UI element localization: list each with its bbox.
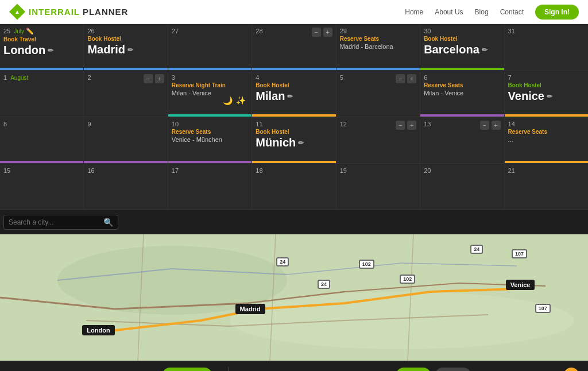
plus-btn[interactable]: + (407, 74, 416, 83)
bar (420, 68, 504, 70)
cal-sub: Madrid - Barcelona (340, 43, 416, 50)
cal-city: Barcelona ✏ (424, 43, 500, 56)
cal-day-27[interactable]: 27 (168, 24, 252, 70)
cal-day-11[interactable]: 11 Book Hostel Münich ✏ (252, 117, 335, 163)
road-sign-24b: 24 (318, 280, 330, 289)
cal-day-3[interactable]: 3 Reserve Night Train Milan - Venice 🌙 ✨ (168, 71, 252, 117)
cal-event-label: Reserve Seats (508, 129, 585, 135)
cal-event-label: Book Hostel (87, 36, 164, 42)
plus-minus: − + (312, 28, 332, 37)
minus-btn[interactable]: − (396, 121, 405, 130)
cal-city: Münich ✏ (256, 136, 332, 149)
calendar-grid: 25 July ✏️ Book Travel London ✏ 26 Book … (0, 24, 588, 210)
cal-date: 30 (424, 28, 500, 34)
cal-day-4[interactable]: 4 Book Hostel Milan ✏ (252, 71, 335, 117)
nav-links: Home About Us Blog Contact Sign In! (405, 5, 579, 20)
plus-minus: − + (144, 74, 164, 83)
search-input[interactable] (9, 218, 103, 226)
group-info-section: Group Info ✏ 4 People | Ages: 18 / 18 / … (245, 368, 471, 372)
save-button[interactable]: Save (396, 368, 431, 372)
logo: ▲ INTERRAIL PLANNER (9, 4, 128, 20)
cal-city: Venice ✏ (508, 90, 585, 103)
cal-sub: ... (508, 136, 585, 143)
cal-date: 31 (508, 28, 585, 34)
cal-day-25[interactable]: 25 July ✏️ Book Travel London ✏ (0, 24, 83, 70)
cal-date: 4 (256, 74, 332, 81)
nav-contact[interactable]: Contact (500, 8, 524, 16)
city-london: London (82, 325, 114, 335)
plus-btn[interactable]: + (155, 74, 164, 83)
minus-btn[interactable]: − (144, 74, 153, 83)
cal-day-14[interactable]: 14 Reserve Seats ... (505, 117, 588, 163)
cal-day-9[interactable]: 9 (84, 117, 167, 163)
plus-minus: − + (396, 74, 416, 83)
cal-event-label: Reserve Night Train (172, 82, 248, 88)
cal-day-29[interactable]: 29 Reserve Seats Madrid - Barcelona (336, 24, 420, 70)
help-button[interactable]: ? (564, 368, 579, 372)
road-sign-24c: 24 (470, 245, 483, 254)
cal-event-label: Book Hostel (256, 129, 332, 135)
plus-btn[interactable]: + (492, 121, 501, 130)
cal-day-7[interactable]: 7 Book Hostel Venice ✏ (505, 71, 588, 117)
cal-day-20[interactable]: 20 (420, 164, 504, 210)
cal-date: 16 (87, 167, 164, 174)
cal-day-5[interactable]: 5 − + (336, 71, 420, 117)
cal-day-10[interactable]: 10 Reserve Seats Venice - München (168, 117, 252, 163)
bar (505, 114, 588, 117)
bar (84, 161, 167, 163)
cal-date: 19 (340, 167, 416, 174)
nav-about[interactable]: About Us (435, 8, 463, 16)
road-sign-107a: 107 (512, 249, 527, 258)
city-madrid: Madrid (235, 304, 265, 314)
minus-btn[interactable]: − (312, 28, 321, 37)
cal-date: 25 July ✏️ (3, 28, 80, 35)
nav-blog[interactable]: Blog (475, 8, 489, 16)
cal-city: Madrid ✏ (87, 43, 164, 56)
calendar-section: 25 July ✏️ Book Travel London ✏ 26 Book … (0, 24, 588, 234)
cal-day-16[interactable]: 16 (84, 164, 167, 210)
signin-button[interactable]: Sign In! (535, 5, 579, 20)
cal-day-30[interactable]: 30 Book Hostel Barcelona ✏ (420, 24, 504, 70)
minus-btn[interactable]: − (396, 74, 405, 83)
bar (168, 114, 252, 117)
minus-btn[interactable]: − (480, 121, 489, 130)
cal-day-18[interactable]: 18 (252, 164, 335, 210)
cal-event-label: Book Hostel (424, 36, 500, 42)
bar (168, 68, 252, 70)
cal-event-label: Book Hostel (508, 82, 585, 88)
nav-home[interactable]: Home (405, 8, 423, 16)
search-icon[interactable]: 🔍 (103, 218, 113, 227)
bar (168, 161, 252, 163)
footer-divider (228, 367, 229, 372)
cal-day-13[interactable]: 13 − + (420, 117, 504, 163)
cal-day-21[interactable]: 21 (505, 164, 588, 210)
search-wrap: 🔍 (3, 215, 118, 230)
cal-day-28[interactable]: 28 − + (252, 24, 335, 70)
cal-date: 15 (3, 167, 80, 174)
cal-date: 27 (172, 28, 248, 34)
cal-day-17[interactable]: 17 (168, 164, 252, 210)
cal-day-19[interactable]: 19 (336, 164, 420, 210)
cal-day-1aug[interactable]: 1 August (0, 71, 83, 117)
cal-day-15[interactable]: 15 (0, 164, 83, 210)
cal-day-31[interactable]: 31 (505, 24, 588, 70)
navbar: ▲ INTERRAIL PLANNER Home About Us Blog C… (0, 0, 588, 24)
cal-date: 18 (256, 167, 332, 174)
map-section: London Madrid Venice 24 24 102 102 107 1… (0, 234, 588, 361)
cal-date: 14 (508, 121, 585, 127)
cal-day-8[interactable]: 8 (0, 117, 83, 163)
cal-day-26[interactable]: 26 Book Hostel Madrid ✏ (84, 24, 167, 70)
cal-event-label: Book Hostel (256, 82, 332, 88)
cal-day-2[interactable]: 2 − + (84, 71, 167, 117)
cal-date: 9 (87, 121, 164, 127)
plus-btn[interactable]: + (407, 121, 416, 130)
cal-date: 7 (508, 74, 585, 81)
buy-pass-button[interactable]: Buy Pass (163, 368, 212, 372)
bar (0, 161, 83, 163)
road-sign-24a: 24 (276, 257, 289, 266)
cal-day-6[interactable]: 6 Reserve Seats Milan - Venice (420, 71, 504, 117)
cal-date: 21 (508, 167, 585, 174)
cal-day-12[interactable]: 12 − + (336, 117, 420, 163)
plus-btn[interactable]: + (323, 28, 332, 37)
done-button[interactable]: Done (435, 368, 471, 372)
